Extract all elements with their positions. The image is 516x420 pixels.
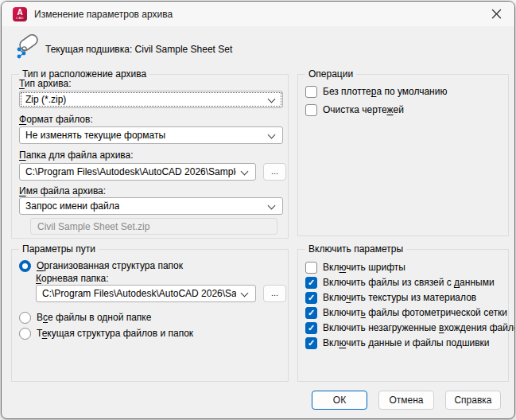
root-folder-label: Корневая папка: <box>36 273 109 284</box>
checkbox-include-sheetset-files[interactable]: Включить данные и файлы подшивки <box>305 336 490 349</box>
chevron-down-icon <box>241 290 249 298</box>
archive-filename-combobox[interactable]: Запрос имени файла <box>19 197 283 215</box>
group-include-options-title: Включить параметры <box>305 243 406 255</box>
chevron-down-icon <box>268 95 276 103</box>
window-title: Изменение параметров архива <box>34 9 173 20</box>
archive-folder-browse-button[interactable]: ... <box>263 163 286 181</box>
checkbox-icon <box>305 292 317 304</box>
checkbox-purge-drawings[interactable]: Очистка чертежей <box>305 103 404 116</box>
radio-organized-folder-structure[interactable]: Организованная структура папок <box>19 259 183 272</box>
checkbox-icon <box>305 322 317 334</box>
checkbox-icon <box>305 86 317 98</box>
checkbox-include-textures[interactable]: Включить текстуры из материалов <box>305 291 476 304</box>
checkbox-label: Включить текстуры из материалов <box>323 292 476 303</box>
file-format-value: Не изменять текущие форматы <box>25 130 165 141</box>
radio-icon <box>19 260 31 272</box>
current-sheet-set-label: Текущая подшивка: Civil Sample Sheet Set <box>45 44 232 55</box>
archive-filename-preview-field: Civil Sample Sheet Set.zip <box>30 218 277 235</box>
group-actions-title: Операции <box>305 68 356 80</box>
radio-all-files-one-folder[interactable]: Все файлы в одной папке <box>19 311 151 324</box>
archive-folder-value: C:\Program Files\Autodesk\AutoCAD 2026\S… <box>25 166 236 177</box>
root-folder-value: C:\Program Files\Autodesk\AutoCAD 2026\S… <box>42 288 236 299</box>
archive-type-label: Тип архива: <box>19 78 72 89</box>
sheet-set-archive-icon <box>14 33 42 62</box>
chevron-down-icon <box>268 131 276 139</box>
checkbox-label: Очистка чертежей <box>323 104 404 115</box>
archive-type-value: Zip (*.zip) <box>25 94 66 105</box>
radio-keep-structure[interactable]: Текущая структура файлов и папок <box>19 327 193 340</box>
checkbox-include-datalink-files[interactable]: Включить файлы из связей с данными <box>305 276 495 289</box>
autocad-app-icon: A CAD <box>13 7 27 21</box>
radio-label: Текущая структура файлов и папок <box>37 328 193 339</box>
checkbox-label: Включить файлы из связей с данными <box>323 277 495 288</box>
checkbox-label: Включить файлы фотометрической сетки <box>323 307 507 318</box>
checkbox-icon <box>305 337 317 349</box>
file-format-label: Формат файлов: <box>19 114 93 125</box>
autocad-letter: A <box>17 9 22 17</box>
close-button[interactable] <box>478 2 514 26</box>
checkbox-icon <box>305 262 317 274</box>
radio-icon <box>19 328 31 340</box>
archive-setup-dialog: A CAD Изменение параметров архива Текуща… <box>1 1 515 419</box>
archive-filename-label: Имя файла архива: <box>19 185 106 196</box>
autocad-sub: CAD <box>16 17 24 20</box>
titlebar: A CAD Изменение параметров архива <box>2 2 514 26</box>
chevron-down-icon <box>268 202 276 210</box>
archive-folder-combobox[interactable]: C:\Program Files\Autodesk\AutoCAD 2026\S… <box>19 163 256 181</box>
checkbox-label: Включить данные и файлы подшивки <box>323 337 490 348</box>
checkbox-label: Без плоттера по умолчанию <box>323 86 447 97</box>
radio-icon <box>19 312 31 324</box>
chevron-down-icon <box>241 168 249 176</box>
checkbox-label: Включить шрифты <box>323 262 405 273</box>
checkbox-include-unloaded-refs[interactable]: Включить незагруженные вхождения файлов <box>305 321 515 334</box>
radio-label: Организованная структура папок <box>37 260 183 271</box>
file-format-combobox[interactable]: Не изменять текущие форматы <box>19 126 283 144</box>
archive-type-combobox[interactable]: Zip (*.zip) <box>19 91 283 108</box>
archive-folder-label: Папка для файла архива: <box>19 150 134 161</box>
group-path-options-title: Параметры пути <box>19 243 99 255</box>
radio-label: Все файлы в одной папке <box>37 312 151 323</box>
archive-filename-value: Запрос имени файла <box>25 200 119 212</box>
checkbox-icon <box>305 277 317 289</box>
help-button[interactable]: Справка <box>445 391 501 410</box>
root-folder-combobox[interactable]: C:\Program Files\Autodesk\AutoCAD 2026\S… <box>36 285 256 302</box>
checkbox-icon <box>305 104 317 116</box>
ok-button[interactable]: ОК <box>312 391 367 410</box>
checkbox-include-fonts[interactable]: Включить шрифты <box>305 261 405 274</box>
close-icon <box>491 9 502 19</box>
root-folder-browse-button[interactable]: ... <box>263 285 286 302</box>
checkbox-icon <box>305 307 317 319</box>
cancel-button[interactable]: Отмена <box>378 391 434 410</box>
group-actions: Операции <box>297 74 509 236</box>
checkbox-no-default-plotter[interactable]: Без плоттера по умолчанию <box>305 85 447 98</box>
checkbox-include-photometric-files[interactable]: Включить файлы фотометрической сетки <box>305 306 507 319</box>
checkbox-label: Включить незагруженные вхождения файлов <box>323 322 515 333</box>
